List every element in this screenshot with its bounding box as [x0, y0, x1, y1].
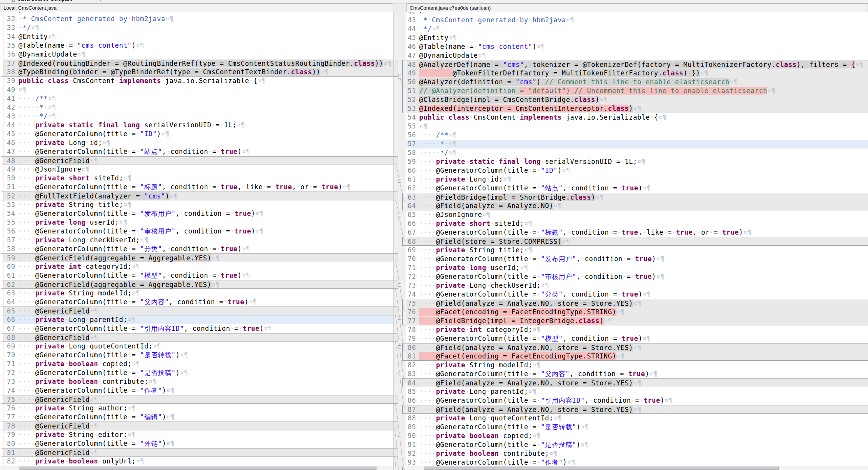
code-line[interactable]: 32·*·CmsContent·generated·by·hbm2java¤¶ [0, 15, 393, 23]
code-line[interactable]: 42/**¤¶ [406, 12, 868, 16]
code-line[interactable]: 46@Table(name·=·"cms_content")¤¶ [406, 42, 868, 51]
code-line[interactable]: 44····private·static·final·long·serialVe… [0, 121, 393, 130]
code-line[interactable]: 50····private·short·siteId;¤¶ [0, 174, 393, 183]
code-line[interactable]: 54····@GeneratorColumn(title·=·"发布用户",·c… [0, 209, 393, 218]
code-line[interactable]: 85····private·Long·parentId;¤¶ [406, 387, 868, 396]
code-line[interactable]: 73····private·boolean·contribute;¤¶ [0, 377, 393, 386]
code-line[interactable]: 74····@GeneratorColumn(title·=·"作者")¤¶ [0, 386, 393, 395]
code-line[interactable]: 62····@GeneratorColumn(title·=·"站点",·con… [406, 184, 868, 193]
code-line[interactable]: 53@Indexed(interceptor·=·CmsContentInter… [406, 104, 868, 113]
code-line[interactable]: 61····private·Long·id;¤¶ [406, 175, 868, 184]
code-line[interactable]: 80····@GeneratorColumn(title·=·"外链")¤¶ [0, 439, 393, 448]
code-line[interactable]: 49········@TokenFilterDef(factory·=·Mult… [406, 69, 868, 78]
code-line[interactable]: 82····private·String·modelId;¤¶ [406, 361, 868, 370]
code-line[interactable]: 66····private·short·siteId;¤¶ [406, 219, 868, 228]
code-line[interactable]: 55····private·long·userId;¤¶ [0, 218, 393, 227]
code-line[interactable]: 64····@Field(analyze·=·Analyze.NO)¤¶ [406, 202, 868, 210]
code-line[interactable]: 76····private·String·author;¤¶ [0, 404, 393, 413]
code-line[interactable]: 55¤¶ [406, 122, 868, 131]
code-line[interactable]: 78····@GenericField¤¶ [0, 422, 393, 430]
code-line[interactable]: 44·*/¤¶ [406, 25, 868, 33]
code-line[interactable]: 74····@GeneratorColumn(title·=·"分类",·con… [406, 290, 868, 299]
code-line[interactable]: 67····@GeneratorColumn(title·=·"引用内容ID",… [0, 324, 393, 333]
code-line[interactable]: 64····@GeneratorColumn(title·=·"父内容",·co… [0, 298, 393, 307]
code-line[interactable]: 77····@GeneratorColumn(title·=·"编辑")¤¶ [0, 413, 393, 422]
code-line[interactable]: 42·····*·¤¶ [0, 103, 393, 112]
code-line[interactable]: 49····@JsonIgnore¤¶ [0, 165, 393, 174]
code-line[interactable]: 73····private·Long·checkUserId;¤¶ [406, 281, 868, 290]
code-line[interactable]: 66····private·Long·parentId;¤¶ [0, 315, 393, 324]
code-line[interactable]: 35@Table(name·=·"cms_content")¤¶ [0, 41, 393, 50]
code-line[interactable]: 70····@GeneratorColumn(title·=·"发布用户",·c… [406, 255, 868, 263]
code-line[interactable]: 70····@GeneratorColumn(title·=·"是否转载")¤¶ [0, 351, 393, 360]
code-line[interactable]: 51//·@Analyzer(definition·=·"default")·/… [406, 87, 868, 95]
code-line[interactable]: 79····private·String·editor;¤¶ [0, 430, 393, 439]
code-line[interactable]: 34@Entity¤¶ [0, 32, 393, 41]
code-line[interactable]: 48@AnalyzerDef(name·=·"cms",·tokenizer·=… [406, 60, 868, 69]
code-line[interactable]: 45@Entity¤¶ [406, 33, 868, 42]
code-line[interactable]: 41····/**¤¶ [0, 94, 393, 103]
code-line[interactable]: 90····private·boolean·copied;¤¶ [406, 432, 868, 440]
code-line[interactable]: 80····@Field(analyze·=·Analyze.NO,·store… [406, 343, 868, 352]
scrollbar-thumb[interactable] [424, 467, 779, 470]
code-line[interactable]: 43·*·CmsContent·generated·by·hbm2java¤¶ [406, 16, 868, 25]
code-line[interactable]: 37@Indexed(routingBinder·=·@RoutingBinde… [0, 59, 393, 68]
code-line[interactable]: 88····private·Long·quoteContentId;¤¶ [406, 414, 868, 423]
scrollbar-thumb[interactable] [19, 467, 377, 470]
left-horizontal-scrollbar[interactable] [0, 466, 393, 470]
code-line[interactable]: 56····/**¤¶ [406, 131, 868, 140]
code-line[interactable]: 69····private·String·title;¤¶ [406, 246, 868, 255]
code-line[interactable]: 63····private·String·modelId;¤¶ [0, 289, 393, 298]
code-line[interactable]: 81····@GenericField¤¶ [0, 448, 393, 457]
code-line[interactable]: 68····@Field(store·=·Store.COMPRESS)¤¶ [406, 237, 868, 246]
code-line[interactable]: 65····@JsonIgnore¤¶ [406, 210, 868, 219]
code-line[interactable]: 79····@GeneratorColumn(title·=·"模型",·con… [406, 334, 868, 343]
code-line[interactable]: 71····private·long·userId;¤¶ [406, 263, 868, 272]
code-line[interactable]: 40¤¶ [0, 85, 393, 94]
code-line[interactable]: 62····@GenericField(aggregable·=·Aggrega… [0, 280, 393, 289]
code-line[interactable]: 86····@GeneratorColumn(title·=·"引用内容ID",… [406, 396, 868, 405]
right-horizontal-scrollbar[interactable] [406, 466, 868, 470]
code-line[interactable]: 69····private·Long·quoteContentId;¤¶ [0, 342, 393, 351]
code-line[interactable]: 65····@GenericField¤¶ [0, 307, 393, 315]
code-line[interactable]: 52@ClassBridge(impl·=·CmsContentBridge.c… [406, 95, 868, 104]
code-line[interactable]: 54public·class·CmsContent·implements·jav… [406, 113, 868, 122]
code-line[interactable]: 68····@GenericField¤¶ [0, 333, 393, 342]
code-line[interactable]: 57·····*·¤¶ [406, 140, 868, 148]
code-line[interactable]: 57····private·Long·checkUserId;¤¶ [0, 236, 393, 245]
code-line[interactable]: 39public·class·CmsContent·implements·jav… [0, 77, 393, 85]
code-line[interactable]: 67····@GeneratorColumn(title·=·"标题",·con… [406, 228, 868, 237]
code-line[interactable]: 59····@GenericField(aggregable·=·Aggrega… [0, 253, 393, 262]
code-line[interactable]: 38@TypeBinding(binder·=·@TypeBinderRef(t… [0, 68, 393, 77]
code-line[interactable]: 51····@GeneratorColumn(title·=·"标题",·con… [0, 183, 393, 192]
code-line[interactable]: 33·*/¤¶ [0, 23, 393, 32]
code-line[interactable]: 76····@Facet(encoding·=·FacetEncodingTyp… [406, 308, 868, 317]
left-code-pane[interactable]: 31/**¤¶32·*·CmsContent·generated·by·hbm2… [0, 12, 393, 470]
code-line[interactable]: 83····@GeneratorColumn(title·=·"父内容",·co… [406, 370, 868, 378]
code-line[interactable]: 77····@FieldBridge(impl·=·IntegerBridge.… [406, 317, 868, 325]
code-line[interactable]: 89····@GeneratorColumn(title·=·"是否转载")¤¶ [406, 423, 868, 432]
code-line[interactable]: 75····@GenericField¤¶ [0, 395, 393, 404]
code-line[interactable]: 78····private·int·categoryId;¤¶ [406, 325, 868, 334]
code-line[interactable]: 59····private·static·final·long·serialVe… [406, 157, 868, 166]
code-line[interactable]: 82····private·boolean·onlyUrl;¤¶ [0, 457, 393, 466]
code-line[interactable]: 81····@Facet(encoding·=·FacetEncodingTyp… [406, 352, 868, 361]
editor-tab[interactable]: ⧉ Java Source Compare ⌄ [0, 0, 868, 3]
code-line[interactable]: 93····@GeneratorColumn(title·=·"作者")¤¶ [406, 458, 868, 467]
code-line[interactable]: 92····private·boolean·contribute;¤¶ [406, 449, 868, 458]
code-line[interactable]: 43·····*/¤¶ [0, 112, 393, 121]
code-line[interactable]: 72····@GeneratorColumn(title·=·"是否投稿")¤¶ [0, 368, 393, 377]
code-line[interactable]: 46····private·Long·id;¤¶ [0, 138, 393, 147]
code-line[interactable]: 91····@GeneratorColumn(title·=·"是否投稿")¤¶ [406, 440, 868, 449]
right-code-pane[interactable]: 42/**¤¶43·*·CmsContent·generated·by·hbm2… [406, 12, 868, 470]
code-line[interactable]: 58·····*/¤¶ [406, 148, 868, 157]
code-line[interactable]: 50@Analyzer(definition·=·"cms")·//·Comme… [406, 78, 868, 87]
code-line[interactable]: 84····@Field(analyze·=·Analyze.NO,·store… [406, 378, 868, 387]
code-line[interactable]: 71····private·boolean·copied;¤¶ [0, 360, 393, 368]
code-line[interactable]: 87····@Field(analyze·=·Analyze.NO,·store… [406, 405, 868, 414]
code-line[interactable]: 45····@GeneratorColumn(title·=·"ID")¤¶ [0, 130, 393, 138]
code-line[interactable]: 47@DynamicUpdate¤¶ [406, 51, 868, 60]
code-line[interactable]: 47····@GeneratorColumn(title·=·"站点",·con… [0, 147, 393, 156]
code-line[interactable]: 56····@GeneratorColumn(title·=·"审核用户",·c… [0, 227, 393, 236]
code-line[interactable]: 72····@GeneratorColumn(title·=·"审核用户",·c… [406, 272, 868, 281]
